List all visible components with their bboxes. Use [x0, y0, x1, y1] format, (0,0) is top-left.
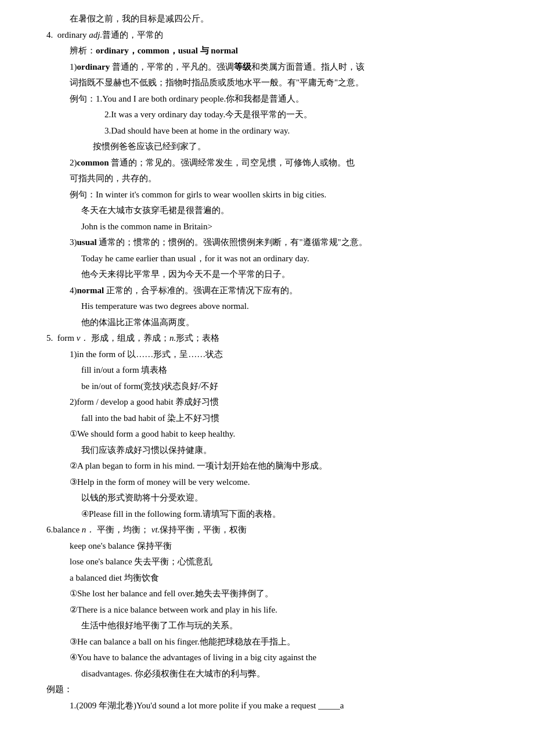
- line-23: fill in/out a form 填表格: [46, 363, 499, 378]
- line-29: ②A plan began to form in his mind. 一项计划开…: [46, 459, 499, 474]
- line-30: ③Help in the form of money will be very …: [46, 475, 499, 490]
- line-25: 2)form / develop a good habit 养成好习惯: [46, 395, 499, 410]
- line-34: keep one's balance 保持平衡: [46, 539, 499, 554]
- line-35: lose one's balance 失去平衡；心慌意乱: [46, 555, 499, 570]
- line-6: 例句：1.You and I are both ordinary people.…: [46, 92, 499, 107]
- line-10: 2)common 普通的；常见的。强调经常发生，司空见惯，可修饰人或物。也: [46, 156, 499, 171]
- line-40: ③He can balance a ball on his finger.他能把…: [46, 635, 499, 650]
- line-2: 4. ordinary adj.普通的，平常的: [46, 28, 499, 43]
- line-18: 4)normal 正常的，合乎标准的。强调在正常情况下应有的。: [46, 283, 499, 298]
- line-20: 他的体温比正常体温高两度。: [46, 315, 499, 330]
- line-17: 他今天来得比平常早，因为今天不是一个平常的日子。: [46, 267, 499, 282]
- line-28: 我们应该养成好习惯以保持健康。: [46, 443, 499, 458]
- line-26: fall into the bad habit of 染上不好习惯: [46, 411, 499, 426]
- line-33: 6.balance n． 平衡，均衡； vt.保持平衡，平衡，权衡: [46, 523, 499, 538]
- line-44: 1.(2009 年湖北卷)You'd sound a lot more poli…: [46, 699, 499, 714]
- line-3: 辨析：ordinary，common，usual 与 normal: [46, 44, 499, 59]
- line-14: John is the common name in Britain>: [46, 219, 499, 235]
- line-43: 例题：: [46, 682, 499, 697]
- line-38: ②There is a nice balance between work an…: [46, 603, 499, 618]
- line-24: be in/out of form(竞技)状态良好/不好: [46, 379, 499, 394]
- line-37: ①She lost her balance and fell over.她失去平…: [46, 586, 499, 602]
- line-4: 1)ordinary 普通的，平常的，平凡的。强调等级和类属方面普通。指人时，该: [46, 60, 499, 75]
- line-19: His temperature was two degrees above no…: [46, 299, 499, 314]
- line-12: 例句：In winter it's common for girls to we…: [46, 188, 499, 203]
- line-41: ④You have to balance the advantages of l…: [46, 650, 499, 665]
- line-21: 5. form v． 形成，组成，养成；n.形式；表格: [46, 331, 499, 346]
- line-32: ④Please fill in the following form.请填写下面…: [46, 507, 499, 522]
- line-36: a balanced diet 均衡饮食: [46, 571, 499, 586]
- line-15: 3)usual 通常的；惯常的；惯例的。强调依照惯例来判断，有"遵循常规"之意。: [46, 235, 499, 250]
- line-8: 3.Dad should have been at home in the or…: [46, 124, 499, 139]
- line-9: 按惯例爸爸应该已经到家了。: [46, 139, 499, 154]
- main-content: 在暑假之前，我的目标是减四公斤。 4. ordinary adj.普通的，平常的…: [46, 12, 499, 713]
- line-5: 词指既不显赫也不低贱；指物时指品质或质地水平一般。有"平庸无奇"之意。: [46, 75, 499, 91]
- line-13: 冬天在大城市女孩穿毛裙是很普遍的。: [46, 203, 499, 218]
- line-11: 可指共同的，共存的。: [46, 171, 499, 186]
- line-1: 在暑假之前，我的目标是减四公斤。: [46, 12, 499, 27]
- line-16: Today he came earlier than usual，for it …: [46, 251, 499, 267]
- line-39: 生活中他很好地平衡了工作与玩的关系。: [46, 618, 499, 633]
- line-42: disadvantages. 你必须权衡住在大城市的利与弊。: [46, 667, 499, 682]
- line-31: 以钱的形式资助将十分受欢迎。: [46, 491, 499, 506]
- line-27: ①We should form a good habit to keep hea…: [46, 427, 499, 442]
- line-7: 2.It was a very ordinary day today.今天是很平…: [46, 107, 499, 123]
- line-22: 1)in the form of 以……形式，呈……状态: [46, 347, 499, 362]
